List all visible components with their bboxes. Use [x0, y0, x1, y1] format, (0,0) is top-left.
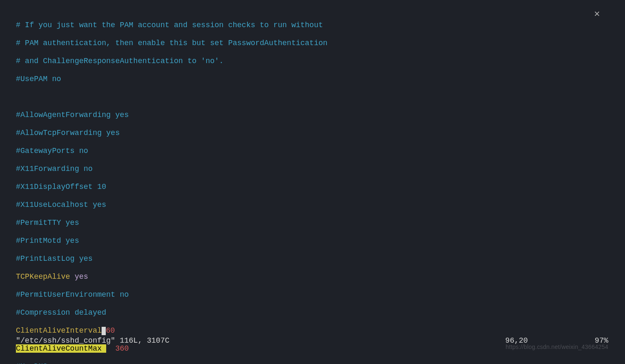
- code-line: #AllowAgentForwarding yes: [16, 111, 129, 119]
- code-line: #PrintLastLog yes: [16, 255, 93, 263]
- code-line: #X11DisplayOffset 10: [16, 183, 106, 191]
- watermark-text: https://blog.csdn.net/weixin_43664254: [505, 343, 608, 352]
- config-value: yes: [74, 272, 88, 281]
- editor-viewport[interactable]: # If you just want the PAM account and s…: [16, 12, 625, 364]
- code-line: #GatewayPorts no: [16, 147, 88, 155]
- code-line: #AllowTcpForwarding yes: [16, 129, 120, 137]
- code-line: # PAM authentication, then enable this b…: [16, 39, 327, 47]
- code-line: #PrintMotd yes: [16, 237, 79, 245]
- config-key-clientaliveinterval: ClientAliveInterval: [16, 326, 102, 335]
- code-line: #UsePAM no: [16, 75, 61, 83]
- status-file-info: "/etc/ssh/sshd_config" 116L, 3107C: [16, 336, 169, 346]
- code-line: #PermitUserEnvironment no: [16, 290, 129, 299]
- code-line: #PermitTTY yes: [16, 219, 79, 227]
- config-key-clientalivecountmax: ClientAliveCountMax: [16, 344, 106, 353]
- code-line: #UseDNS no: [16, 362, 61, 364]
- code-line: #X11Forwarding no: [16, 165, 93, 173]
- config-value: 60: [106, 326, 115, 335]
- code-line: #X11UseLocalhost yes: [16, 201, 106, 209]
- code-line: # and ChallengeResponseAuthentication to…: [16, 57, 224, 65]
- code-line: # If you just want the PAM account and s…: [16, 21, 323, 29]
- code-line: #Compression delayed: [16, 308, 106, 317]
- config-key-tcpkeepalive: TCPKeepAlive: [16, 272, 70, 281]
- cursor: [102, 327, 106, 335]
- config-value: 360: [115, 344, 129, 353]
